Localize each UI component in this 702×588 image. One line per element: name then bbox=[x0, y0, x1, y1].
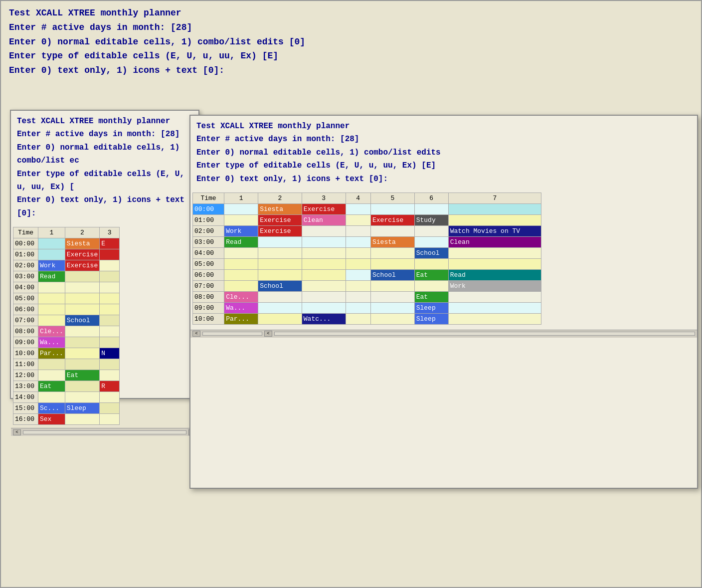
mid-data-cell[interactable] bbox=[100, 359, 120, 370]
front-data-cell[interactable] bbox=[302, 269, 346, 280]
mid-data-cell[interactable]: Work bbox=[38, 260, 65, 271]
mid-data-cell[interactable]: Sex bbox=[38, 414, 65, 425]
mid-table-row[interactable]: 00:00SiestaE bbox=[13, 238, 120, 249]
front-table-row[interactable]: 03:00ReadSiestaClean bbox=[193, 236, 541, 247]
front-data-cell[interactable] bbox=[302, 302, 346, 313]
mid-scroll-left[interactable]: < bbox=[13, 429, 21, 435]
mid-data-cell[interactable] bbox=[38, 282, 65, 293]
front-data-cell[interactable]: Wa... bbox=[224, 302, 258, 313]
front-data-cell[interactable] bbox=[346, 280, 371, 291]
mid-table-row[interactable]: 05:00 bbox=[13, 293, 120, 304]
front-data-cell[interactable] bbox=[224, 280, 258, 291]
mid-data-cell[interactable] bbox=[38, 315, 65, 326]
mid-data-cell[interactable] bbox=[100, 403, 120, 414]
front-data-cell[interactable] bbox=[224, 258, 258, 269]
front-table-row[interactable]: 08:00Cle...Eat bbox=[193, 291, 541, 302]
mid-data-cell[interactable] bbox=[100, 260, 120, 271]
front-data-cell[interactable]: Clean bbox=[448, 236, 541, 247]
mid-data-cell[interactable] bbox=[100, 304, 120, 315]
front-data-cell[interactable]: Cle... bbox=[224, 291, 258, 302]
mid-data-cell[interactable]: Cle... bbox=[38, 326, 65, 337]
mid-table-row[interactable]: 07:00School bbox=[13, 315, 120, 326]
front-data-cell[interactable]: Siesta bbox=[258, 203, 302, 214]
front-data-cell[interactable] bbox=[258, 269, 302, 280]
front-data-cell[interactable] bbox=[414, 280, 448, 291]
mid-data-cell[interactable]: Siesta bbox=[65, 238, 99, 249]
front-data-cell[interactable] bbox=[346, 269, 371, 280]
front-data-cell[interactable] bbox=[371, 225, 415, 236]
mid-data-cell[interactable]: Sc... bbox=[38, 403, 65, 414]
front-data-cell[interactable]: Work bbox=[448, 280, 541, 291]
front-table-row[interactable]: 06:00SchoolEatRead bbox=[193, 269, 541, 280]
front-data-cell[interactable]: School bbox=[414, 247, 448, 258]
mid-data-cell[interactable] bbox=[65, 326, 99, 337]
mid-data-cell[interactable]: Eat bbox=[38, 381, 65, 392]
mid-data-cell[interactable] bbox=[65, 337, 99, 348]
front-data-cell[interactable]: School bbox=[258, 280, 302, 291]
front-data-cell[interactable] bbox=[224, 214, 258, 225]
front-data-cell[interactable]: Eat bbox=[414, 269, 448, 280]
front-data-cell[interactable]: Clean bbox=[302, 214, 346, 225]
mid-data-cell[interactable] bbox=[65, 282, 99, 293]
front-data-cell[interactable]: Exercise bbox=[302, 203, 346, 214]
front-data-cell[interactable] bbox=[302, 258, 346, 269]
mid-data-cell[interactable] bbox=[65, 304, 99, 315]
front-data-cell[interactable] bbox=[371, 247, 415, 258]
front-data-cell[interactable] bbox=[448, 258, 541, 269]
mid-data-cell[interactable] bbox=[65, 271, 99, 282]
front-data-cell[interactable] bbox=[414, 225, 448, 236]
front-data-cell[interactable] bbox=[302, 225, 346, 236]
front-data-cell[interactable] bbox=[371, 258, 415, 269]
front-data-cell[interactable] bbox=[346, 313, 371, 324]
front-data-cell[interactable]: Read bbox=[448, 269, 541, 280]
front-data-cell[interactable] bbox=[346, 291, 371, 302]
front-data-cell[interactable]: Work bbox=[224, 225, 258, 236]
front-table-row[interactable]: 00:00SiestaExercise bbox=[193, 203, 541, 214]
mid-data-cell[interactable]: Exercise bbox=[65, 260, 99, 271]
front-data-cell[interactable] bbox=[346, 247, 371, 258]
mid-table-row[interactable]: 15:00Sc...Sleep bbox=[13, 403, 120, 414]
mid-data-cell[interactable] bbox=[38, 249, 65, 260]
mid-table-row[interactable]: 09:00Wa... bbox=[13, 337, 120, 348]
front-data-cell[interactable] bbox=[346, 225, 371, 236]
front-data-cell[interactable] bbox=[224, 247, 258, 258]
front-data-cell[interactable]: Read bbox=[224, 236, 258, 247]
mid-data-cell[interactable] bbox=[65, 293, 99, 304]
front-data-cell[interactable]: Exercise bbox=[258, 214, 302, 225]
front-scroll-track-v[interactable] bbox=[274, 332, 695, 336]
mid-data-cell[interactable]: Read bbox=[38, 271, 65, 282]
front-data-cell[interactable]: Eat bbox=[414, 291, 448, 302]
front-data-cell[interactable]: Par... bbox=[224, 313, 258, 324]
front-data-cell[interactable] bbox=[414, 236, 448, 247]
mid-data-cell[interactable] bbox=[100, 392, 120, 403]
front-data-cell[interactable] bbox=[258, 313, 302, 324]
front-data-cell[interactable] bbox=[346, 258, 371, 269]
front-table-row[interactable]: 01:00ExerciseCleanExerciseStudy bbox=[193, 214, 541, 225]
mid-data-cell[interactable] bbox=[100, 293, 120, 304]
front-data-cell[interactable] bbox=[448, 203, 541, 214]
front-data-cell[interactable] bbox=[346, 302, 371, 313]
front-scroll-left[interactable]: < bbox=[192, 331, 200, 337]
front-data-cell[interactable] bbox=[414, 258, 448, 269]
mid-data-cell[interactable] bbox=[38, 370, 65, 381]
mid-data-cell[interactable] bbox=[65, 348, 99, 359]
front-data-cell[interactable] bbox=[258, 291, 302, 302]
mid-table-row[interactable]: 12:00Eat bbox=[13, 370, 120, 381]
mid-data-cell[interactable]: E bbox=[100, 238, 120, 249]
mid-table-row[interactable]: 02:00WorkExercise bbox=[13, 260, 120, 271]
mid-table-row[interactable]: 10:00Par...N bbox=[13, 348, 120, 359]
front-data-cell[interactable] bbox=[371, 302, 415, 313]
front-table-row[interactable]: 10:00Par...Watc...Sleep bbox=[193, 313, 541, 324]
front-data-cell[interactable] bbox=[224, 203, 258, 214]
front-data-cell[interactable] bbox=[448, 214, 541, 225]
front-data-cell[interactable] bbox=[346, 214, 371, 225]
front-table-row[interactable]: 07:00SchoolWork bbox=[193, 280, 541, 291]
front-data-cell[interactable]: Siesta bbox=[371, 236, 415, 247]
mid-table-row[interactable]: 16:00Sex bbox=[13, 414, 120, 425]
mid-data-cell[interactable] bbox=[100, 414, 120, 425]
front-data-cell[interactable]: School bbox=[371, 269, 415, 280]
front-scroll-track-h[interactable] bbox=[202, 332, 262, 336]
mid-data-cell[interactable]: R bbox=[100, 381, 120, 392]
mid-data-cell[interactable] bbox=[38, 238, 65, 249]
mid-data-cell[interactable]: Eat bbox=[65, 370, 99, 381]
